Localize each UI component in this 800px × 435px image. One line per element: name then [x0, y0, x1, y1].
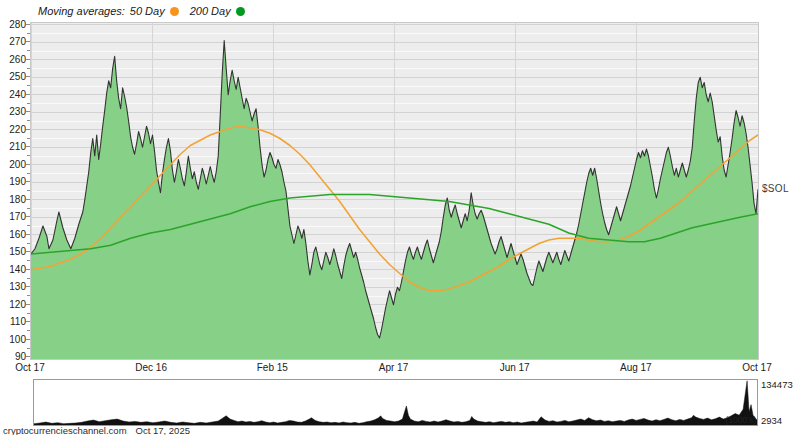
- y-axis-tick-label: 100: [0, 334, 26, 345]
- x-axis-tick-label: Apr 17: [366, 362, 422, 373]
- price-chart-plot: [30, 22, 759, 360]
- x-axis-tick-label: Aug 17: [608, 362, 664, 373]
- y-axis-tick-label: 200: [0, 159, 26, 170]
- y-axis-tick-label: 210: [0, 141, 26, 152]
- y-axis-tick-label: 280: [0, 19, 26, 30]
- ma50-label: 50 Day: [130, 5, 165, 17]
- y-axis-tick-label: 270: [0, 36, 26, 47]
- chart-date: Oct 17, 2025: [136, 425, 190, 435]
- volume-bars-chart: [34, 380, 757, 425]
- y-axis-tick-label: 190: [0, 176, 26, 187]
- legend-item-200-day: 200 Day: [190, 5, 231, 17]
- volume-units-label: (1000's): [714, 415, 756, 425]
- x-axis-tick-label: Jun 17: [487, 362, 543, 373]
- y-axis-tick-label: 150: [0, 246, 26, 257]
- ma200-label: 200 Day: [190, 5, 231, 17]
- y-axis-tick-label: 220: [0, 124, 26, 135]
- chart-footer: cryptocurrencieschannel.comOct 17, 2025: [3, 425, 199, 435]
- volume-panel: [33, 379, 758, 426]
- x-axis-tick-label: Oct 17: [729, 362, 785, 373]
- volume-max-label: 134473: [761, 379, 793, 390]
- ma200-dot-icon: [236, 7, 245, 16]
- y-axis-tick-label: 90: [0, 351, 26, 362]
- legend-title: Moving averages:: [38, 5, 125, 17]
- x-axis-tick-label: Feb 15: [244, 362, 300, 373]
- moving-averages-legend: Moving averages: 50 Day 200 Day: [38, 3, 251, 19]
- y-axis-tick-label: 260: [0, 54, 26, 65]
- legend-item-50-day: 50 Day: [130, 5, 165, 17]
- site-name: cryptocurrencieschannel.com: [3, 425, 127, 435]
- y-axis-tick-label: 230: [0, 106, 26, 117]
- volume-min-label: 2934: [761, 415, 782, 426]
- price-area-chart: [31, 23, 758, 359]
- y-axis-tick-label: 130: [0, 281, 26, 292]
- y-axis-tick-label: 110: [0, 316, 26, 327]
- x-axis-tick-label: Oct 17: [2, 362, 58, 373]
- ma50-dot-icon: [170, 7, 179, 16]
- symbol-label: $SOL: [762, 183, 789, 194]
- y-axis-tick-label: 250: [0, 71, 26, 82]
- y-axis-tick-label: 180: [0, 194, 26, 205]
- y-axis-tick-label: 120: [0, 299, 26, 310]
- crypto-chart-page: Moving averages: 50 Day 200 Day 28027026…: [0, 0, 800, 435]
- y-axis-tick-label: 240: [0, 89, 26, 100]
- x-axis-tick-label: Dec 16: [123, 362, 179, 373]
- y-axis-tick-label: 170: [0, 211, 26, 222]
- y-axis-tick-label: 140: [0, 264, 26, 275]
- y-axis-tick-label: 160: [0, 229, 26, 240]
